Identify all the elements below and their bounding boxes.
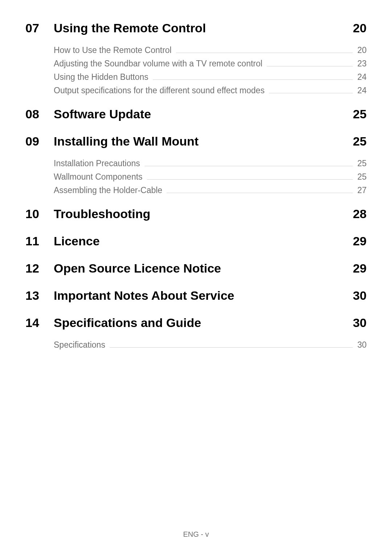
toc-heading[interactable]: 11Licence29	[25, 234, 367, 248]
toc-section-title: Software Update	[54, 107, 353, 121]
toc-subitem-title: Using the Hidden Buttons	[54, 72, 148, 82]
toc-heading[interactable]: 14Specifications and Guide30	[25, 316, 367, 330]
toc-subitem-page: 27	[356, 185, 367, 195]
toc-leader-line	[153, 79, 353, 80]
toc-section-number: 09	[25, 134, 54, 148]
toc-section-title: Open Source Licence Notice	[54, 261, 353, 275]
toc-subitem-title: Assembling the Holder-Cable	[54, 185, 162, 195]
toc-section-title: Important Notes About Service	[54, 289, 353, 303]
toc-section-number: 11	[25, 234, 54, 248]
toc-section-page: 30	[353, 316, 367, 330]
toc-subitem[interactable]: Installation Precautions25	[54, 159, 367, 168]
toc-leader-line	[144, 166, 353, 166]
toc-leader-line	[269, 93, 353, 93]
toc-section-page: 30	[353, 289, 367, 303]
toc-section-number: 07	[25, 21, 54, 35]
toc-section-title: Using the Remote Control	[54, 21, 353, 35]
toc-leader-line	[176, 53, 353, 53]
toc-section-title: Installing the Wall Mount	[54, 134, 353, 148]
toc-section-page: 25	[353, 107, 367, 121]
toc-section-page: 29	[353, 261, 367, 275]
toc-subitem-page: 24	[356, 72, 367, 82]
toc-subitem[interactable]: Specifications30	[54, 340, 367, 350]
toc-section-page: 29	[353, 234, 367, 248]
toc-subitem[interactable]: Adjusting the Soundbar volume with a TV …	[54, 59, 367, 69]
toc-subitem[interactable]: Output specifications for the different …	[54, 86, 367, 95]
toc-heading[interactable]: 09Installing the Wall Mount25	[25, 134, 367, 148]
toc-section-number: 14	[25, 316, 54, 330]
toc-section-title: Licence	[54, 234, 353, 248]
toc-section: 11Licence29	[25, 234, 367, 248]
toc-section-number: 08	[25, 107, 54, 121]
toc-subitem-page: 25	[356, 159, 367, 168]
toc-subitem[interactable]: How to Use the Remote Control20	[54, 45, 367, 55]
toc-subitem-title: How to Use the Remote Control	[54, 45, 172, 55]
toc-section: 13Important Notes About Service30	[25, 289, 367, 303]
toc-section-number: 10	[25, 207, 54, 221]
toc-heading[interactable]: 07Using the Remote Control20	[25, 21, 367, 35]
toc-section: 14Specifications and Guide30Specificatio…	[25, 316, 367, 350]
toc-subitem-title: Installation Precautions	[54, 159, 140, 168]
toc-leader-line	[147, 179, 353, 180]
toc-subitem[interactable]: Using the Hidden Buttons24	[54, 72, 367, 82]
toc-section: 07Using the Remote Control20How to Use t…	[25, 21, 367, 95]
toc-subitem-page: 20	[356, 45, 367, 55]
toc-subitem-page: 23	[356, 59, 367, 69]
toc-section-page: 20	[353, 21, 367, 35]
toc-section: 08Software Update25	[25, 107, 367, 121]
toc-subitem[interactable]: Wallmount Components25	[54, 172, 367, 182]
toc-leader-line	[167, 193, 353, 193]
toc-section-title: Specifications and Guide	[54, 316, 353, 330]
toc-section-title: Troubleshooting	[54, 207, 353, 221]
toc-section: 12Open Source Licence Notice29	[25, 261, 367, 275]
toc-subitem-page: 24	[356, 86, 367, 95]
toc-heading[interactable]: 10Troubleshooting28	[25, 207, 367, 221]
toc-heading[interactable]: 08Software Update25	[25, 107, 367, 121]
toc-subitem-title: Output specifications for the different …	[54, 86, 265, 95]
toc-subitems: Specifications30	[25, 340, 367, 350]
toc-subitems: Installation Precautions25Wallmount Comp…	[25, 159, 367, 195]
table-of-contents: 07Using the Remote Control20How to Use t…	[25, 21, 367, 350]
toc-leader-line	[110, 347, 353, 348]
toc-section: 09Installing the Wall Mount25Installatio…	[25, 134, 367, 195]
toc-subitem[interactable]: Assembling the Holder-Cable27	[54, 185, 367, 195]
toc-heading[interactable]: 12Open Source Licence Notice29	[25, 261, 367, 275]
toc-subitem-page: 25	[356, 172, 367, 182]
toc-section-page: 28	[353, 207, 367, 221]
toc-section-number: 13	[25, 289, 54, 303]
toc-subitem-page: 30	[356, 340, 367, 350]
toc-section-number: 12	[25, 261, 54, 275]
toc-subitem-title: Specifications	[54, 340, 105, 350]
toc-leader-line	[267, 66, 353, 66]
page-footer: ENG - v	[0, 530, 392, 539]
toc-subitems: How to Use the Remote Control20Adjusting…	[25, 45, 367, 95]
toc-section-page: 25	[353, 134, 367, 148]
toc-section: 10Troubleshooting28	[25, 207, 367, 221]
toc-subitem-title: Adjusting the Soundbar volume with a TV …	[54, 59, 262, 69]
toc-subitem-title: Wallmount Components	[54, 172, 143, 182]
toc-heading[interactable]: 13Important Notes About Service30	[25, 289, 367, 303]
